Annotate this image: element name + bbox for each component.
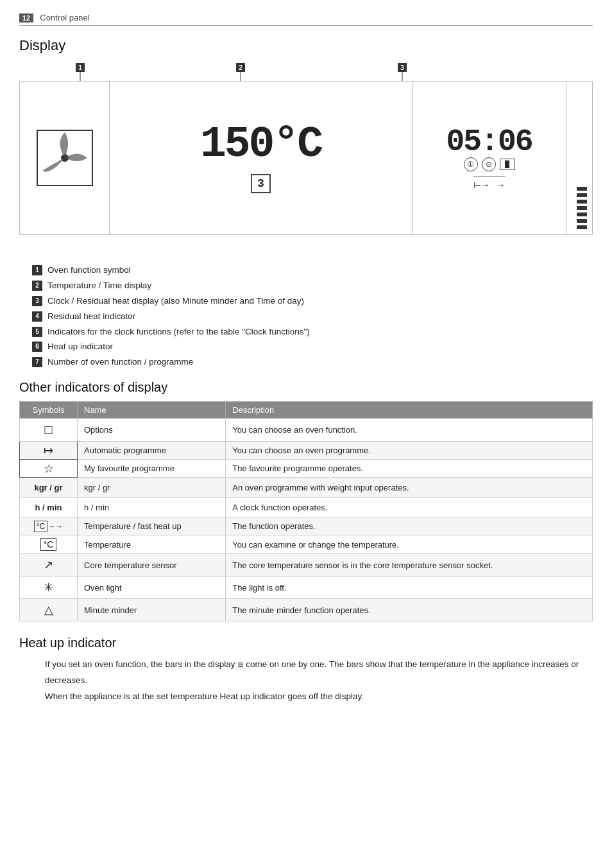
callout-num-6: 6 <box>32 342 42 352</box>
callout-item-3: 3 Clock / Residual heat display (also Mi… <box>32 295 593 308</box>
callout-text-3: Clock / Residual heat display (also Minu… <box>47 295 304 308</box>
callout-num-2: 2 <box>32 281 42 291</box>
callout-text-1: Oven function symbol <box>47 265 131 277</box>
table-row: ↗ Core temperature sensor The core tempe… <box>20 554 593 577</box>
bar-2 <box>577 193 587 197</box>
table-row: kgr / gr kgr / gr An oven programme with… <box>20 478 593 498</box>
temp-display: 150°C <box>200 123 321 166</box>
svg-text:3: 3 <box>400 64 404 71</box>
callout-item-6: 6 Heat up indicator <box>32 341 593 353</box>
heat-up-title: Heat up indicator <box>19 636 593 650</box>
heat-up-para-2: When the appliance is at the set tempera… <box>45 690 593 704</box>
col-header-description: Description <box>226 402 593 419</box>
symbol-core-temp: ↗ <box>20 554 78 577</box>
callout-text-7: Number of oven function / programme <box>47 356 193 369</box>
desc-minute-minder: The minute minder function operates. <box>226 599 593 621</box>
clock-icon-1: ① <box>464 157 478 171</box>
callout-text-5: Indicators for the clock functions (refe… <box>47 326 310 338</box>
panel-bar-indicator <box>566 82 592 234</box>
callout-item-4: 4 Residual heat indicator <box>32 311 593 323</box>
name-kgr: kgr / gr <box>78 478 226 498</box>
clock-icon-3: ▐▌ <box>500 159 515 170</box>
arrow-left: ⊢→ <box>473 180 490 190</box>
diagram-inner: 150°C 3 05:06 ① ⊙ ▐▌ ⊢→ → <box>19 81 593 235</box>
symbol-temp: °C <box>20 535 78 554</box>
symbol-kgr: kgr / gr <box>20 478 78 498</box>
callout-text-6: Heat up indicator <box>47 341 113 353</box>
table-row: °C Temperature You can examine or change… <box>20 535 593 554</box>
symbol-options: □ <box>20 419 78 442</box>
symbol-temp-fast: °C→→ <box>20 517 78 535</box>
callout-num-1: 1 <box>32 265 42 275</box>
display-section-title: Display <box>19 37 593 54</box>
panel-temp: 150°C 3 <box>110 82 412 234</box>
desc-temp: You can examine or change the temperatur… <box>226 535 593 554</box>
table-header-row: Symbols Name Description <box>20 402 593 419</box>
panel-clock: 05:06 ① ⊙ ▐▌ ⊢→ → <box>412 82 566 234</box>
table-row: □ Options You can choose an oven functio… <box>20 419 593 442</box>
bar-6 <box>577 219 587 223</box>
table-row: △ Minute minder The minute minder functi… <box>20 599 593 621</box>
heat-up-section: If you set an oven function, the bars in… <box>19 657 593 704</box>
table-row: ↦ Automatic programme You can choose an … <box>20 442 593 460</box>
svg-rect-6 <box>398 63 407 72</box>
bar-1 <box>577 187 587 191</box>
indicators-table: Symbols Name Description □ Options You c… <box>19 401 593 621</box>
svg-rect-3 <box>236 63 245 72</box>
table-row: °C→→ Temperature / fast heat up The func… <box>20 517 593 535</box>
symbol-minute-minder: △ <box>20 599 78 621</box>
function-number-box: 3 <box>251 174 271 193</box>
bar-3 <box>577 200 587 204</box>
name-fav-prog: My favourite programme <box>78 460 226 478</box>
name-temp: Temperature <box>78 535 226 554</box>
symbol-oven-light: ✳ <box>20 577 78 599</box>
col-header-name: Name <box>78 402 226 419</box>
table-row: h / min h / min A clock function operate… <box>20 498 593 517</box>
symbol-auto-prog: ↦ <box>20 442 78 460</box>
name-core-temp: Core temperature sensor <box>78 554 226 577</box>
diagram-spacer <box>19 241 593 261</box>
desc-oven-light: The light is off. <box>226 577 593 599</box>
heat-bars <box>577 187 587 229</box>
desc-auto-prog: You can choose an oven programme. <box>226 442 593 460</box>
clock-icons-row: ① ⊙ ▐▌ <box>464 157 515 171</box>
name-hmin: h / min <box>78 498 226 517</box>
symbol-hmin: h / min <box>20 498 78 517</box>
other-indicators-title: Other indicators of display <box>19 380 593 395</box>
callout-num-3: 3 <box>32 296 42 306</box>
callout-num-4: 4 <box>32 311 42 322</box>
svg-text:2: 2 <box>239 64 242 71</box>
symbol-fav-prog: ☆ <box>20 460 78 478</box>
bar-7 <box>577 225 587 229</box>
callout-item-1: 1 Oven function symbol <box>32 265 593 277</box>
desc-options: You can choose an oven function. <box>226 419 593 442</box>
clock-icon-2: ⊙ <box>482 157 496 171</box>
desc-temp-fast: The function operates. <box>226 517 593 535</box>
callout-num-5: 5 <box>32 327 42 337</box>
callout-item-5: 5 Indicators for the clock functions (re… <box>32 326 593 338</box>
heat-up-para-1: If you set an oven function, the bars in… <box>45 657 593 687</box>
svg-rect-0 <box>76 63 85 72</box>
name-options: Options <box>78 419 226 442</box>
callout-text-4: Residual heat indicator <box>47 311 135 323</box>
callout-item-2: 2 Temperature / Time display <box>32 280 593 292</box>
fan-symbol-svg <box>36 129 94 187</box>
page-header: 12 Control panel <box>19 13 593 26</box>
table-row: ✳ Oven light The light is off. <box>20 577 593 599</box>
bar-4 <box>577 206 587 210</box>
col-header-symbols: Symbols <box>20 402 78 419</box>
desc-core-temp: The core temperature sensor is in the co… <box>226 554 593 577</box>
callout-item-7: 7 Number of oven function / programme <box>32 356 593 369</box>
desc-hmin: A clock function operates. <box>226 498 593 517</box>
callout-text-2: Temperature / Time display <box>47 280 151 292</box>
name-temp-fast: Temperature / fast heat up <box>78 517 226 535</box>
name-oven-light: Oven light <box>78 577 226 599</box>
callout-num-7: 7 <box>32 357 42 367</box>
clock-display: 05:06 <box>446 126 532 157</box>
page-number: 12 <box>19 13 33 22</box>
desc-kgr: An oven programme with weight input oper… <box>226 478 593 498</box>
callout-list: 1 Oven function symbol 2 Temperature / T… <box>32 265 593 369</box>
name-minute-minder: Minute minder <box>78 599 226 621</box>
panel-oven-symbol <box>20 82 110 234</box>
arrow-right: → <box>497 180 506 190</box>
